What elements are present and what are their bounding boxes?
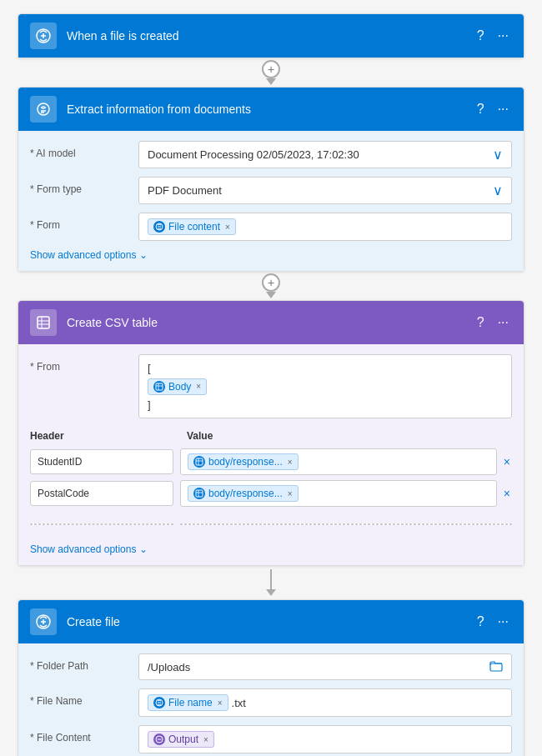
trigger-actions: ? ··· (474, 27, 512, 45)
ai-model-label: * AI model (30, 141, 138, 159)
connector-3 (266, 569, 276, 596)
form-type-label: * Form type (30, 177, 138, 195)
from-bracket-open: [ (148, 362, 503, 375)
student-id-header-cell[interactable]: StudentID (30, 449, 173, 474)
create-file-header: Create file ? ··· (18, 600, 524, 643)
form-file-content-chip: File content × (148, 218, 236, 235)
create-file-more-button[interactable]: ··· (494, 613, 512, 631)
csv-help-button[interactable]: ? (474, 313, 488, 332)
create-file-actions: ? ··· (474, 613, 512, 631)
add-step-2-button[interactable]: + (262, 273, 280, 292)
form-type-value: PDF Document (148, 184, 222, 197)
from-input[interactable]: [ Body (138, 354, 512, 418)
file-content-row: * File Content Output × (30, 725, 512, 753)
header-col-label: Header (30, 430, 180, 442)
student-id-chip-label: body/response... (208, 456, 283, 468)
extract-card: Extract information from documents ? ···… (18, 87, 524, 272)
svg-rect-5 (196, 458, 203, 465)
trigger-help-button[interactable]: ? (474, 27, 488, 45)
ai-model-value: Document Processing 02/05/2023, 17:02:30 (148, 148, 359, 161)
trigger-more-button[interactable]: ··· (494, 27, 512, 45)
folder-path-value: /Uploads (148, 661, 190, 673)
extract-help-button[interactable]: ? (474, 100, 488, 118)
form-chip-label: File content (168, 221, 220, 233)
file-content-chip-icon (153, 733, 165, 745)
file-content-chip-label: Output (168, 733, 198, 745)
from-label: * From (30, 354, 138, 373)
empty-header-cell[interactable] (30, 523, 173, 525)
form-row: * Form File content × (30, 213, 512, 241)
table-row-2: PostalCode body/response... × (30, 480, 512, 507)
from-row: * From [ (30, 354, 512, 418)
extract-actions: ? ··· (474, 100, 512, 118)
file-name-chip-close[interactable]: × (218, 698, 223, 708)
student-id-chip-close[interactable]: × (288, 458, 293, 467)
csv-card: Create CSV table ? ··· * From [ (18, 300, 524, 566)
value-col-label: Value (187, 430, 512, 442)
student-id-value-cell[interactable]: body/response... × (180, 448, 497, 475)
delete-row-1-button[interactable]: × (502, 453, 512, 470)
csv-icon (30, 309, 57, 336)
form-type-dropdown[interactable]: PDF Document ∨ (138, 177, 512, 204)
postal-code-header-cell[interactable]: PostalCode (30, 481, 173, 506)
create-file-help-button[interactable]: ? (474, 613, 488, 631)
svg-rect-3 (38, 317, 49, 328)
postal-code-value-cell[interactable]: body/response... × (180, 480, 497, 507)
file-name-input[interactable]: File name × .txt (138, 688, 512, 717)
table-row-1: StudentID body/response... × (30, 448, 512, 475)
file-name-chip: File name × (148, 694, 228, 711)
postal-code-chip-label: body/response... (208, 488, 283, 499)
postal-code-chip-icon (193, 488, 205, 499)
connector-arrow-3 (266, 589, 276, 596)
postal-code-chip-close[interactable]: × (288, 489, 293, 498)
extract-chevron-down-icon: ⌄ (139, 249, 148, 261)
ai-model-dropdown[interactable]: Document Processing 02/05/2023, 17:02:30… (138, 141, 512, 168)
extract-more-button[interactable]: ··· (494, 100, 512, 118)
add-step-1-button[interactable]: + (262, 60, 280, 78)
from-inner: Body × (148, 375, 503, 398)
student-id-value-chip: body/response... × (188, 453, 299, 470)
file-name-chip-label: File name (168, 697, 213, 708)
extract-show-advanced[interactable]: Show advanced options ⌄ (30, 249, 512, 261)
form-input[interactable]: File content × (138, 213, 512, 241)
file-name-label: * File Name (30, 688, 138, 707)
trigger-title: When a file is created (67, 29, 474, 43)
svg-rect-4 (156, 383, 163, 390)
form-label: * Form (30, 213, 138, 231)
csv-more-button[interactable]: ··· (494, 313, 512, 332)
folder-icon (489, 660, 503, 674)
ai-model-chevron-icon: ∨ (493, 147, 503, 163)
ai-model-row: * AI model Document Processing 02/05/202… (30, 141, 512, 168)
create-file-body: * Folder Path /Uploads * File Name (18, 643, 524, 756)
file-content-chip-close[interactable]: × (203, 735, 208, 744)
file-name-suffix: .txt (232, 697, 246, 709)
empty-table-row (30, 512, 512, 537)
form-type-chevron-icon: ∨ (493, 183, 503, 198)
connector-arrow-2 (266, 292, 276, 298)
body-chip-icon (153, 381, 165, 393)
connector-1: + (262, 60, 280, 85)
trigger-icon (30, 23, 57, 49)
extract-title: Extract information from documents (67, 103, 474, 116)
from-body-chip: Body × (148, 378, 207, 395)
csv-card-body: * From [ (18, 344, 524, 565)
csv-card-header: Create CSV table ? ··· (18, 301, 524, 344)
create-file-card: Create file ? ··· * Folder Path /Uploads (18, 599, 524, 756)
connector-line-3 (270, 569, 272, 589)
folder-path-input[interactable]: /Uploads (138, 653, 512, 680)
svg-rect-6 (196, 490, 203, 497)
from-chip-close[interactable]: × (196, 382, 201, 391)
csv-show-advanced[interactable]: Show advanced options ⌄ (30, 543, 512, 555)
extract-icon (30, 96, 57, 123)
extract-card-body: * AI model Document Processing 02/05/202… (18, 131, 524, 271)
empty-value-cell[interactable] (180, 523, 512, 525)
table-column-headers: Header Value (30, 427, 512, 445)
folder-path-row: * Folder Path /Uploads (30, 653, 512, 680)
create-file-icon (30, 608, 57, 635)
flow-container: When a file is created ? ··· + Extract (13, 13, 529, 756)
delete-row-2-button[interactable]: × (502, 485, 512, 502)
file-content-chip: Output × (148, 731, 214, 748)
file-content-input[interactable]: Output × (138, 725, 512, 753)
form-chip-close[interactable]: × (225, 223, 230, 232)
folder-path-label: * Folder Path (30, 653, 138, 672)
